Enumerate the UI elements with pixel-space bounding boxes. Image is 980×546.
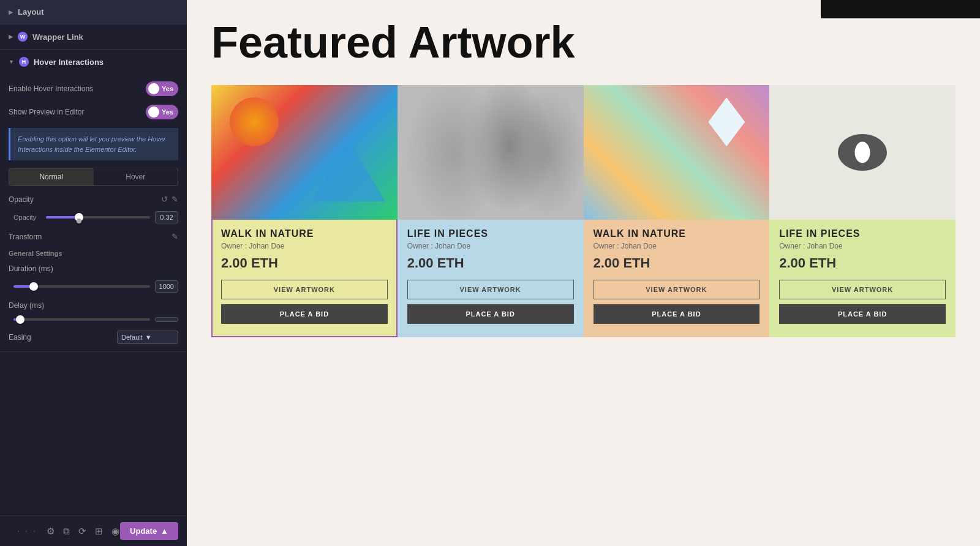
panel-scrollable: ▶ Layout ▶ W Wrapper Link ▼ H Hover Inte… [0,0,187,546]
artwork-card-3[interactable]: WALK IN NATURE Owner : Johan Doe 2.00 ET… [584,85,770,337]
wrapper-link-section-header[interactable]: ▶ W Wrapper Link [0,24,187,49]
card-bid-btn-1[interactable]: PLACE A BID [221,304,388,324]
gear-icon[interactable]: ⚙ [47,526,55,537]
general-settings-title: General Settings [9,250,178,257]
toolbar-icons: ⚙ ⧉ ⟳ ⊞ ◉ [47,526,119,537]
transform-actions: ✎ [172,232,178,241]
duration-slider-row: 1000 [9,280,178,293]
section-hover-interactions: ▼ H Hover Interactions Enable Hover Inte… [0,50,187,352]
toggle-knob-preview [148,107,159,118]
hover-interactions-icon: H [19,57,29,67]
card-image-4 [769,85,956,220]
tab-normal[interactable]: Normal [9,168,94,185]
section-layout: ▶ Layout [0,0,187,24]
opacity-edit-icon[interactable]: ✎ [172,195,178,204]
tab-hover[interactable]: Hover [94,168,178,185]
card-price-3: 2.00 ETH [594,255,760,271]
show-preview-toggle[interactable]: Yes [146,105,178,119]
update-button[interactable]: Update ▲ [120,522,178,540]
card-image-2 [398,85,584,220]
enable-hover-label: Enable Hover Interactions [9,84,93,93]
card-owner-2: Owner : Johan Doe [407,242,574,250]
card-price-1: 2.00 ETH [221,255,388,271]
card-view-btn-1[interactable]: VIEW ARTWORK [221,280,388,299]
artwork-card-1[interactable]: WALK IN NATURE Owner : Johan Doe 2.00 ET… [211,85,398,337]
delay-value[interactable] [155,317,178,322]
grid-icon[interactable]: ⊞ [95,526,103,537]
card-title-4: LIFE IN PIECES [779,228,946,239]
layers-icon[interactable]: ⧉ [63,526,70,537]
artwork-cards-grid: WALK IN NATURE Owner : Johan Doe 2.00 ET… [211,85,956,337]
artwork-card-4[interactable]: LIFE IN PIECES Owner : Johan Doe 2.00 ET… [769,85,956,337]
card-bid-btn-3[interactable]: PLACE A BID [594,304,760,324]
cursor-indicator [77,219,81,223]
transform-row: Transform ✎ [9,232,178,241]
card-title-1: WALK IN NATURE [221,228,388,239]
easing-chevron-icon: ▼ [145,334,152,341]
opacity-refresh-icon[interactable]: ↺ [161,195,168,204]
card-bid-btn-2[interactable]: PLACE A BID [407,304,574,324]
toggle-knob-enable [148,83,159,94]
opacity-label: Opacity [9,195,34,204]
top-right-bar [821,0,980,18]
duration-slider-thumb[interactable] [29,282,38,291]
layout-chevron-icon: ▶ [9,9,13,15]
opacity-slider-row: Opacity 0.32 [9,211,178,223]
opacity-sub-label: Opacity [13,214,41,221]
enable-hover-row: Enable Hover Interactions Yes [9,81,178,96]
eye-icon[interactable]: ◉ [111,526,119,537]
card-owner-3: Owner : Johan Doe [594,242,760,250]
transform-edit-icon[interactable]: ✎ [172,232,178,241]
right-content: Featured Artwork WALK IN NATURE Owner : … [187,0,980,546]
duration-value[interactable]: 1000 [155,280,178,293]
enable-hover-toggle[interactable]: Yes [146,81,178,96]
enable-hover-value: Yes [162,85,173,92]
delay-label-row: Delay (ms) [9,301,178,310]
hover-interactions-label: Hover Interactions [34,58,104,67]
card-title-2: LIFE IN PIECES [407,228,574,239]
easing-row: Easing Default ▼ [9,331,178,344]
card-image-3 [584,85,770,220]
dots-indicator: · · · [9,521,45,542]
hover-interactions-chevron-icon: ▼ [9,59,14,65]
duration-label: Duration (ms) [9,264,53,273]
card-view-btn-3[interactable]: VIEW ARTWORK [594,280,760,299]
card-body-1: WALK IN NATURE Owner : Johan Doe 2.00 ET… [211,220,398,337]
layout-section-header[interactable]: ▶ Layout [0,0,187,24]
section-wrapper-link: ▶ W Wrapper Link [0,24,187,50]
info-text: Enabling this option will let you previe… [18,135,166,153]
card-price-4: 2.00 ETH [779,255,946,271]
card-title-3: WALK IN NATURE [594,228,760,239]
delay-slider-thumb[interactable] [16,315,24,324]
hover-interactions-body: Enable Hover Interactions Yes Show Previ… [0,74,187,351]
info-box: Enabling this option will let you previe… [9,128,178,160]
show-preview-label: Show Preview in Editor [9,108,84,116]
card-view-btn-2[interactable]: VIEW ARTWORK [407,280,574,299]
opacity-property-row: Opacity ↺ ✎ [9,195,178,204]
card-body-4: LIFE IN PIECES Owner : Johan Doe 2.00 ET… [769,220,956,337]
duration-label-row: Duration (ms) [9,264,178,273]
delay-label: Delay (ms) [9,301,44,310]
history-icon[interactable]: ⟳ [78,526,86,537]
card-body-2: LIFE IN PIECES Owner : Johan Doe 2.00 ET… [398,220,584,337]
layout-label: Layout [18,7,44,17]
update-label: Update [130,526,157,536]
wrapper-link-chevron-icon: ▶ [9,34,13,40]
easing-select[interactable]: Default ▼ [117,331,178,344]
show-preview-row: Show Preview in Editor Yes [9,105,178,119]
delay-slider-track[interactable] [13,318,150,321]
card-bid-btn-4[interactable]: PLACE A BID [779,304,946,324]
wrapper-link-label: Wrapper Link [32,32,83,42]
card-view-btn-4[interactable]: VIEW ARTWORK [779,280,946,299]
left-panel: ▶ Layout ▶ W Wrapper Link ▼ H Hover Inte… [0,0,187,546]
card-owner-4: Owner : Johan Doe [779,242,946,250]
wrapper-link-icon: W [18,32,28,42]
hover-interactions-section-header[interactable]: ▼ H Hover Interactions [0,50,187,74]
opacity-slider-track[interactable] [46,216,150,219]
artwork-card-2[interactable]: LIFE IN PIECES Owner : Johan Doe 2.00 ET… [398,85,584,337]
duration-slider-track[interactable] [13,285,150,288]
show-preview-value: Yes [162,108,173,116]
delay-slider-row [9,317,178,322]
general-settings-section: General Settings Duration (ms) 1000 [9,250,178,344]
opacity-value[interactable]: 0.32 [155,211,178,223]
